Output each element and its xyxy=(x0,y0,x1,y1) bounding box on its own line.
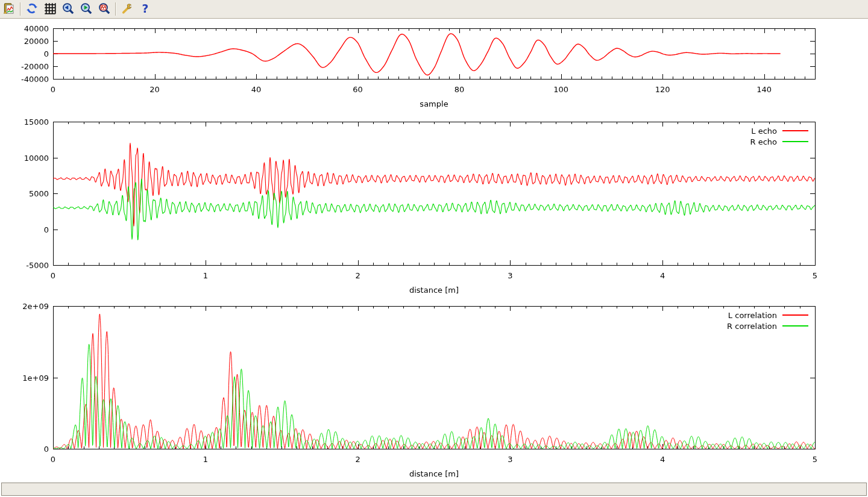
zoom-all-button[interactable] xyxy=(97,2,112,16)
toolbar: ? xyxy=(0,0,868,19)
zoom-next-button[interactable] xyxy=(79,2,93,16)
toggle-grid-button[interactable] xyxy=(43,2,57,16)
help-button[interactable]: ? xyxy=(138,2,153,16)
export-plot-button[interactable] xyxy=(2,2,16,16)
export-plot-to-clipboard-icon xyxy=(3,2,15,16)
gnuplot-window: ? -40000-2000002000040000020406080100120… xyxy=(0,0,868,497)
replot-refresh-icon xyxy=(26,2,38,16)
zoom-next-icon xyxy=(80,2,92,16)
autoscale-zoom-all-icon xyxy=(98,2,110,16)
help-icon: ? xyxy=(139,2,151,16)
replot-button[interactable] xyxy=(25,2,39,16)
svg-text:?: ? xyxy=(142,2,149,14)
zoom-previous-button[interactable] xyxy=(61,2,75,16)
configure-button[interactable] xyxy=(120,2,134,16)
toolbar-separator xyxy=(115,2,116,16)
toolbar-separator xyxy=(20,2,21,16)
plot-area: -40000-200000200004000002040608010012014… xyxy=(0,19,868,482)
zoom-previous-icon xyxy=(62,2,74,16)
toggle-grid-icon xyxy=(44,2,56,16)
configure-wrench-icon xyxy=(121,2,133,16)
plot-canvas[interactable] xyxy=(0,19,868,482)
status-bar xyxy=(1,483,867,496)
